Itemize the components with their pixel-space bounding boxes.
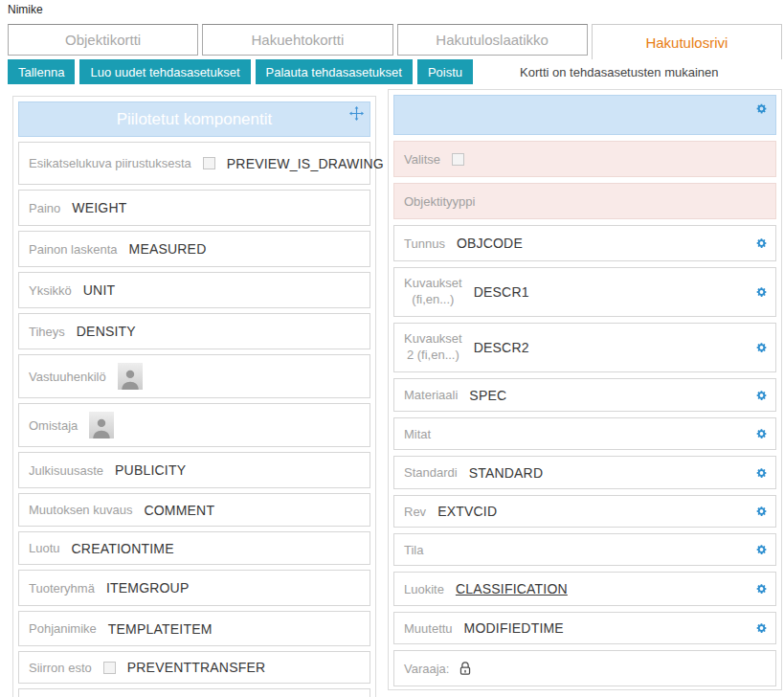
field-row-kuvaukset[interactable]: Kuvaukset2 (fi,en...)DESCR2 (393, 323, 776, 372)
field-value: DENSITY (77, 324, 136, 339)
toolbar: TallennaLuo uudet tehdasasetuksetPalauta… (8, 59, 719, 84)
gear-icon[interactable] (755, 428, 768, 440)
field-label: Standardi (404, 465, 458, 480)
field-label: Esikatselukuva piirustuksesta (29, 156, 191, 170)
field-label: Tila (404, 543, 423, 557)
field-row-siirron-esto[interactable]: Siirron estoPREVENTTRANSFER (18, 651, 370, 684)
field-row-kuvaukset[interactable]: Kuvaukset(fi,en...)DESCR1 (393, 267, 776, 317)
right-panel: ValitseObjektityyppiTunnusOBJCODEKuvauks… (388, 89, 782, 690)
field-row-rev[interactable]: RevEXTVCID (393, 495, 776, 528)
tab-hakutuloslaatikko[interactable]: Hakutuloslaatikko (397, 24, 588, 56)
field-label: Kuvaukset(fi,en...) (404, 276, 462, 308)
field-row-julkisuusaste[interactable]: JulkisuusastePUBLICITY (18, 452, 370, 488)
field-value: PREVENTTRANSFER (127, 660, 266, 675)
gear-icon[interactable] (755, 286, 768, 299)
checkbox[interactable] (452, 153, 464, 166)
luo-uudet-tehdasasetukset-button[interactable]: Luo uudet tehdasasetukset (79, 59, 250, 84)
field-row-painon-laskenta[interactable]: Painon laskentaMEASURED (18, 231, 370, 267)
field-label: Yksikkö (29, 283, 72, 298)
field-value: TEMPLATEITEM (108, 621, 213, 637)
field-label: Mitat (404, 427, 431, 441)
field-row-vastuuhenkilo[interactable]: Vastuuhenkilö (18, 354, 370, 398)
checkbox[interactable] (103, 662, 116, 674)
field-value: PREVIEW_IS_DRAWING (227, 156, 384, 171)
gear-icon[interactable] (755, 237, 768, 250)
field-label: Julkisuusaste (29, 463, 103, 478)
field-row-objektityyppi[interactable]: Objektityyppi (393, 183, 776, 219)
right-panel-header-row[interactable] (393, 95, 776, 135)
gear-icon[interactable] (755, 102, 768, 115)
left-panel: Piilotetut komponentit Esikatselukuva pi… (12, 96, 376, 697)
toolbar-buttons: TallennaLuo uudet tehdasasetuksetPalauta… (8, 59, 473, 84)
field-value: STANDARD (469, 465, 544, 481)
field-row-valitse[interactable]: Valitse (393, 141, 776, 177)
tab-hakuehtokortti[interactable]: Hakuehtokortti (202, 24, 392, 56)
field-label: Luotu (29, 541, 60, 555)
field-value: DESCR1 (474, 284, 529, 300)
field-value: ITEMGROUP (106, 580, 190, 596)
gear-icon[interactable] (755, 506, 768, 518)
tab-objektikortti[interactable]: Objektikortti (8, 24, 198, 56)
field-row-tila[interactable]: Tila (393, 533, 776, 566)
field-label: Tiheys (29, 325, 65, 339)
field-row-mitat[interactable]: Mitat (393, 417, 776, 450)
field-row-paino[interactable]: PainoWEIGHT (18, 190, 370, 226)
field-value: UNIT (83, 282, 115, 298)
field-row-yksikko[interactable]: YksikköUNIT (18, 272, 370, 308)
field-label: Rev (404, 505, 426, 519)
field-label: Paino (29, 201, 60, 215)
field-value: EXTVCID (437, 504, 497, 519)
field-row-tiheys[interactable]: TiheysDENSITY (18, 313, 370, 349)
field-value: OBJCODE (457, 236, 523, 251)
field-row-standardi[interactable]: StandardiSTANDARD (393, 456, 776, 489)
tab-hakutulosrivi[interactable]: Hakutulosrivi (592, 24, 782, 59)
field-value: COMMENT (144, 503, 214, 518)
field-value: CLASSIFICATION (456, 581, 568, 596)
gear-icon[interactable] (755, 342, 768, 354)
page-title: Nimike (8, 3, 43, 16)
status-text: Kortti on tehdasasetusten mukainen (520, 65, 718, 79)
field-row-tuoteryhma[interactable]: TuoteryhmäITEMGROUP (18, 570, 370, 606)
field-label: Omistaja (29, 418, 78, 433)
gear-icon[interactable] (755, 389, 768, 401)
field-label: Objektityyppi (404, 194, 475, 209)
poistu-button[interactable]: Poistu (417, 59, 473, 84)
field-value: CREATIONTIME (72, 541, 174, 556)
left-panel-title: Piilotetut komponentit (117, 110, 273, 129)
person-icon (118, 363, 143, 390)
field-row-esikatselukuva-piirustuksesta[interactable]: Esikatselukuva piirustuksestaPREVIEW_IS_… (18, 142, 370, 185)
field-row-pohjanimike[interactable]: PohjanimikeTEMPLATEITEM (18, 611, 370, 646)
field-row-tunnus[interactable]: TunnusOBJCODE (393, 225, 776, 261)
tab-strip: ObjektikorttiHakuehtokorttiHakutuloslaat… (8, 24, 782, 59)
field-row-muutoksen-kuvaus[interactable]: Muutoksen kuvausCOMMENT (18, 493, 370, 527)
field-label: Muutoksen kuvaus (29, 503, 132, 517)
field-row-varaaja[interactable]: Varaaja: (393, 650, 776, 686)
gear-icon[interactable] (755, 544, 768, 556)
field-label: Vastuuhenkilö (29, 370, 106, 384)
field-label: Valitse (404, 152, 440, 167)
field-row-luotu[interactable]: LuotuCREATIONTIME (18, 531, 370, 565)
field-row-omistaja[interactable]: Omistaja (18, 403, 370, 447)
field-label: Painon laskenta (29, 242, 118, 257)
field-value: MEASURED (129, 241, 207, 257)
field-value: WEIGHT (72, 200, 126, 215)
field-label: Muutettu (404, 621, 453, 636)
checkbox[interactable] (203, 157, 215, 169)
field-row-luokite[interactable]: LuokiteCLASSIFICATION (393, 572, 776, 606)
field-row-materiaali[interactable]: MateriaaliSPEC (393, 378, 776, 412)
tallenna-button[interactable]: Tallenna (8, 59, 75, 84)
field-label: Pohjanimike (29, 621, 97, 636)
move-icon[interactable] (349, 106, 364, 121)
gear-icon[interactable] (755, 622, 768, 635)
field-row-muutettu[interactable]: MuutettuMODIFIEDTIME (393, 612, 776, 644)
gear-icon[interactable] (755, 466, 768, 479)
field-label: Kuvaukset2 (fi,en...) (404, 331, 462, 364)
field-value: SPEC (469, 388, 506, 403)
field-value: DESCR2 (474, 340, 529, 355)
palauta-tehdasasetukset-button[interactable]: Palauta tehdasasetukset (256, 59, 413, 84)
gear-icon[interactable] (755, 583, 768, 596)
field-row-empty[interactable] (18, 688, 370, 697)
left-panel-header: Piilotetut komponentit (18, 101, 370, 137)
field-label: Tunnus (404, 236, 445, 251)
field-label: Varaaja: (404, 662, 449, 676)
